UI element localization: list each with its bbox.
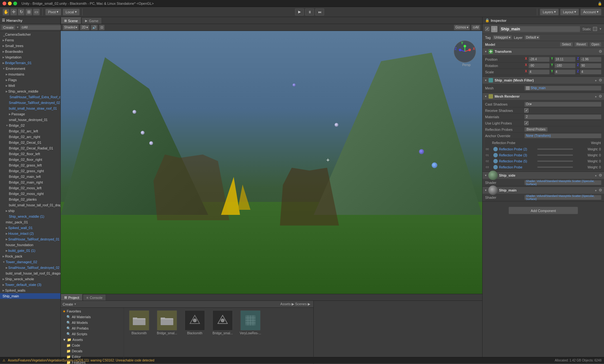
- anchor-override-value[interactable]: None (Transform): [524, 133, 601, 138]
- scale-z-input[interactable]: 4: [580, 70, 601, 75]
- tab-game[interactable]: ▶ Game: [82, 17, 102, 24]
- h-item-bridgeterrain[interactable]: ▶BridgeTerrain_01: [0, 60, 60, 66]
- asset-blacksmith-folder[interactable]: Blacksmith: [126, 310, 152, 335]
- h-item-bridge02-decal-radial[interactable]: Bridge_02_Decal_Radial_01: [0, 145, 60, 151]
- local-button[interactable]: Local ▾: [63, 9, 79, 15]
- cast-shadows-dropdown[interactable]: On ▾: [524, 102, 601, 107]
- h-item-well[interactable]: ▶Well: [0, 83, 60, 88]
- scale-tool[interactable]: ⊞: [25, 9, 32, 15]
- receive-shadows-checkbox[interactable]: [524, 108, 528, 112]
- h-item-bridge02-moss-right[interactable]: Bridge_02_moss_right: [0, 191, 60, 197]
- dimension-dropdown[interactable]: 2D ▾: [80, 25, 89, 30]
- h-item-bridge02-main-right[interactable]: Bridge_02_main_right: [0, 179, 60, 185]
- mat-side-settings[interactable]: ⚙: [599, 173, 602, 178]
- h-item-bridge02[interactable]: ▼Bridge_02: [0, 123, 60, 128]
- h-item-bridge02-grass-right[interactable]: Bridge_02_grass_right: [0, 168, 60, 174]
- scene-fx-btn[interactable]: ⊡: [99, 25, 105, 30]
- maximize-button[interactable]: [13, 2, 17, 5]
- h-item-smallhouse-dest-02-3[interactable]: ▶SmallHouse_TallRoof_destroyed_02 (3): [0, 265, 60, 270]
- hierarchy-create-btn[interactable]: Create: [1, 25, 15, 30]
- h-item-flags[interactable]: ▶Flags: [0, 77, 60, 83]
- material-ship-main-header[interactable]: ▼ Ship_main ● ⚙: [483, 187, 604, 194]
- h-item-bridge02-floor-right[interactable]: Bridge_02_floor_right: [0, 157, 60, 162]
- pt-all-prefabs[interactable]: 🔍All Prefabs: [61, 325, 123, 331]
- rp-name-2[interactable]: Reflection Probe (5): [499, 160, 535, 163]
- object-active-checkbox[interactable]: [485, 27, 489, 31]
- h-item-build-gate[interactable]: ▶build_gate_01 (1): [0, 248, 60, 253]
- add-component-button[interactable]: Add Component: [508, 207, 578, 214]
- static-checkbox[interactable]: [593, 27, 597, 31]
- h-item-ship-wreck-whole[interactable]: ▶Ship_wreck_whole: [0, 276, 60, 282]
- mesh-renderer-settings-icon[interactable]: ⚙: [599, 94, 602, 99]
- pt-all-models[interactable]: 🔍All Models: [61, 320, 123, 325]
- gizmos-dropdown[interactable]: Gizmos ▾: [454, 25, 470, 30]
- h-item-spiked-wall[interactable]: ▶Spiked_wall_01: [0, 225, 60, 231]
- move-tool[interactable]: ✛: [10, 9, 17, 15]
- h-item-bridge02-planks[interactable]: Bridge_02_planks: [0, 197, 60, 202]
- pos-x-input[interactable]: -28.4: [528, 57, 550, 62]
- layout-dropdown[interactable]: Layout ▾: [560, 9, 579, 15]
- close-button[interactable]: [3, 2, 6, 5]
- account-dropdown[interactable]: Account ▾: [580, 9, 601, 15]
- open-btn[interactable]: Open: [589, 42, 601, 47]
- h-item-build-straw[interactable]: build_small_house_straw_roof_01: [0, 106, 60, 111]
- scene-canvas[interactable]: X Y Z Persp: [61, 31, 482, 294]
- h-item-ship-wreck-middle[interactable]: ▶Ship_wreck_middle: [0, 88, 60, 94]
- rot-z-input[interactable]: 90: [580, 63, 601, 68]
- static-dropdown-icon[interactable]: ▾: [600, 27, 601, 31]
- mesh-renderer-header[interactable]: ▼ Mesh Renderer ● ⚙: [483, 93, 604, 100]
- h-item-boardwalks[interactable]: ▶Boardwalks: [0, 49, 60, 54]
- asset-bridge-folder[interactable]: Bridge_smal...: [154, 310, 180, 335]
- pt-code[interactable]: 📁Code: [61, 343, 123, 348]
- h-item-bridge02-main-left[interactable]: Bridge_02_main_left: [0, 174, 60, 179]
- shader-value-1[interactable]: Shader: Volund/Standard MassyMix Scatter…: [524, 180, 601, 185]
- h-item-cameraswitcher[interactable]: _CameraSwitcher: [0, 32, 60, 37]
- select-btn[interactable]: Select: [560, 42, 573, 47]
- asset-verylowres[interactable]: VeryLowRes-...: [238, 310, 263, 335]
- camera-filter[interactable]: ⊙All: [471, 25, 480, 30]
- h-item-smallhouse-destroyed02[interactable]: SmallHouse_TallRoof_destroyed_02: [0, 100, 60, 106]
- h-item-passage[interactable]: ▶Passage: [0, 111, 60, 117]
- shader-value-2[interactable]: Shader: Volund/Standard MassyMix Scatter…: [524, 195, 601, 200]
- asset-blacksmith-scene[interactable]: Blacksmith: [182, 310, 207, 335]
- pt-all-scripts[interactable]: 🔍All Scripts: [61, 331, 123, 337]
- transform-header[interactable]: ▼ Transform ⚙: [483, 48, 604, 55]
- layer-field[interactable]: Default ▾: [524, 35, 540, 40]
- rot-y-input[interactable]: -180: [554, 63, 576, 68]
- h-item-misc-pack[interactable]: misc_pack_01: [0, 219, 60, 225]
- h-item-environment[interactable]: ▼Environment: [0, 66, 60, 71]
- layers-dropdown[interactable]: Layers ▾: [540, 9, 559, 15]
- blend-probes-btn[interactable]: Blend Probes: [524, 127, 548, 132]
- pivot-button[interactable]: Pivot ▾: [45, 9, 61, 15]
- h-item-smallhouse-dest-01-1[interactable]: ▶SmallHouse_TallRoof_destroyed_01 (1): [0, 236, 60, 242]
- scale-y-input[interactable]: 4: [554, 70, 576, 75]
- rp-name-3[interactable]: Reflection Probe: [499, 166, 535, 169]
- pt-assets[interactable]: ▼ 📁 Assets: [61, 337, 123, 343]
- h-item-bridge02-arc-left[interactable]: Bridge_02_arc_left: [0, 128, 60, 134]
- tab-project[interactable]: ⊞ Project: [61, 294, 83, 300]
- h-item-tower-damaged[interactable]: ▼Tower_damaged_02: [0, 259, 60, 265]
- h-item-build-tall-dragon2[interactable]: build_small_house_tall_roof_01_dragon: [0, 270, 60, 276]
- hierarchy-lock[interactable]: 🔒: [598, 2, 602, 6]
- mat-main-settings[interactable]: ⚙: [599, 188, 602, 192]
- rp-name-1[interactable]: Reflection Probe (3): [499, 154, 535, 157]
- mesh-filter-header[interactable]: ▼ Ship_main (Mesh Filter) ● ⚙: [483, 77, 604, 84]
- h-item-bridge02-decal01[interactable]: Bridge_02_Decal_01: [0, 140, 60, 145]
- rot-x-input[interactable]: -90: [528, 63, 550, 68]
- revert-btn[interactable]: Revert: [574, 42, 588, 47]
- rect-tool[interactable]: ▭: [33, 9, 40, 15]
- pos-y-input[interactable]: 18.11: [554, 57, 576, 62]
- tab-console[interactable]: ≡ Console: [83, 294, 106, 300]
- tag-field[interactable]: Untagged ▾: [493, 35, 512, 40]
- h-item-small-trees[interactable]: ▶Small_trees: [0, 43, 60, 49]
- project-create-btn[interactable]: Create: [63, 302, 73, 306]
- step-button[interactable]: ⏭: [315, 9, 324, 15]
- h-item-bridge02-moss-left[interactable]: Bridge_02_moss_left: [0, 185, 60, 191]
- h-item-ship-wreck-1[interactable]: Ship_wreck_middle (1): [0, 214, 60, 219]
- h-item-spiked-walls[interactable]: ▶Spiked_walls: [0, 288, 60, 293]
- light-probes-checkbox[interactable]: [524, 121, 528, 125]
- h-item-ship-main[interactable]: Ship_main: [0, 293, 60, 299]
- mesh-ref-value[interactable]: Ship_main: [524, 86, 601, 91]
- material-ship-side-header[interactable]: ▼ Ship_side ● ⚙: [483, 172, 604, 179]
- pt-decals[interactable]: 📁Decals: [61, 348, 123, 354]
